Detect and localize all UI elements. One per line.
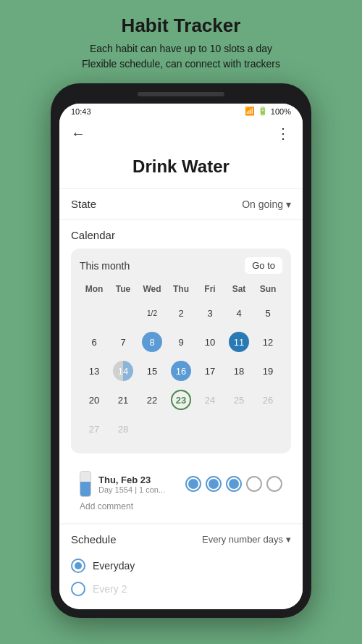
everyday-label: Everyday [93,560,135,572]
cal-day-24[interactable]: 24 [195,387,224,413]
schedule-every2-option[interactable]: Every 2 [71,577,291,601]
cal-day-15[interactable]: 15 [138,358,167,384]
day-header-sun: Sun [253,281,282,297]
everyday-radio[interactable] [71,559,85,573]
cal-day-empty [224,416,253,442]
back-button[interactable]: ← [71,125,85,142]
cal-day-16[interactable]: 16 [167,358,195,384]
cal-day-26[interactable]: 26 [253,387,282,413]
cal-day-7[interactable]: 7 [109,329,138,355]
cal-day-empty [80,300,109,326]
app-subtitle: Each habit can have up to 10 slots a day… [82,41,280,72]
calendar-day-headers: Mon Tue Wed Thu Fri Sat Sun [80,281,282,297]
cal-day-3[interactable]: 3 [195,300,224,326]
cal-week-1: 1/2 2 3 4 5 [80,300,282,326]
add-comment-button[interactable]: Add comment [80,501,282,511]
header-section: Habit Tracker Each habit can have up to … [67,14,295,72]
calendar-header: This month Go to [80,257,282,274]
dot-5[interactable] [266,476,282,492]
status-bar: 10:43 📶 🔋 100% [59,104,303,119]
schedule-dropdown[interactable]: Every number days ▾ [202,534,291,545]
cal-day-19[interactable]: 19 [253,358,282,384]
water-level-icon [80,471,91,497]
calendar-label: Calendar [71,229,291,241]
cal-day-empty [109,300,138,326]
phone-frame: 10:43 📶 🔋 100% ← ⋮ Drink Water State On … [51,83,311,618]
cal-week-2: 6 7 8 9 10 11 12 [80,329,282,355]
schedule-value-text: Every number days [202,534,283,545]
cal-day-empty [138,416,167,442]
cal-day-9[interactable]: 9 [167,329,195,355]
calendar-card: This month Go to Mon Tue Wed Thu Fri Sat… [71,248,291,453]
day-header-sat: Sat [224,281,253,297]
schedule-chevron-icon: ▾ [286,534,291,545]
day-dots [185,476,282,492]
cal-day-13[interactable]: 13 [80,358,109,384]
cal-day-14[interactable]: 14 [109,358,138,384]
cal-day-8[interactable]: 8 [138,329,167,355]
state-label: State [71,198,96,210]
cal-day-1-2[interactable]: 1/2 [138,300,167,326]
day-header-fri: Fri [195,281,224,297]
cal-day-18[interactable]: 18 [224,358,253,384]
signal-icon: 📶 [245,106,255,116]
app-title: Habit Tracker [82,14,280,37]
state-value-text: On going [242,198,283,210]
dot-4[interactable] [246,476,262,492]
cal-day-empty [195,416,224,442]
cal-day-5[interactable]: 5 [253,300,282,326]
month-label: This month [80,260,130,272]
day-entry-info: Thu, Feb 23 Day 1554 | 1 con... [98,474,178,494]
cal-day-empty [167,416,195,442]
cal-day-11[interactable]: 11 [224,329,253,355]
phone-screen: 10:43 📶 🔋 100% ← ⋮ Drink Water State On … [59,104,303,609]
cal-day-4[interactable]: 4 [224,300,253,326]
cal-day-2[interactable]: 2 [167,300,195,326]
battery-level: 100% [271,107,291,116]
day-entry-date: Thu, Feb 23 [98,474,178,485]
cal-day-25[interactable]: 25 [224,387,253,413]
cal-day-27[interactable]: 27 [80,416,109,442]
day-header-wed: Wed [138,281,167,297]
schedule-everyday-option[interactable]: Everyday [71,554,291,577]
state-row: State On going ▾ [59,188,303,219]
calendar-section: Calendar This month Go to Mon Tue Wed Th… [59,220,303,523]
day-entry-header: Thu, Feb 23 Day 1554 | 1 con... [80,471,282,497]
status-bar-right: 📶 🔋 100% [245,106,291,116]
day-header-mon: Mon [80,281,109,297]
cal-week-5: 27 28 [80,416,282,442]
day-entry-sub: Day 1554 | 1 con... [98,485,178,494]
cal-day-23-today[interactable]: 23 [167,387,195,413]
more-button[interactable]: ⋮ [276,125,291,142]
every2-radio[interactable] [71,582,85,596]
state-chevron-icon: ▾ [286,198,291,210]
dot-1[interactable] [185,476,201,492]
day-header-thu: Thu [167,281,195,297]
cal-week-3: 13 14 15 16 17 18 19 [80,358,282,384]
cal-day-12[interactable]: 12 [253,329,282,355]
status-time: 10:43 [71,107,91,116]
cal-day-28[interactable]: 28 [109,416,138,442]
schedule-header: Schedule Every number days ▾ [71,533,291,545]
cal-day-17[interactable]: 17 [195,358,224,384]
top-nav: ← ⋮ [59,119,303,148]
goto-button[interactable]: Go to [245,257,282,274]
battery-icon: 🔋 [258,106,268,116]
calendar-grid: Mon Tue Wed Thu Fri Sat Sun 1/2 2 [80,281,282,442]
day-entry-section: Thu, Feb 23 Day 1554 | 1 con... Add comm… [71,462,291,520]
cal-day-22[interactable]: 22 [138,387,167,413]
cal-day-21[interactable]: 21 [109,387,138,413]
schedule-label: Schedule [71,533,117,545]
cal-day-empty [253,416,282,442]
schedule-section: Schedule Every number days ▾ Everyday Ev… [59,524,303,609]
cal-week-4: 20 21 22 23 24 25 26 [80,387,282,413]
page-title: Drink Water [59,148,303,188]
dot-2[interactable] [206,476,222,492]
cal-day-6[interactable]: 6 [80,329,109,355]
every2-label: Every 2 [93,583,127,595]
cal-day-20[interactable]: 20 [80,387,109,413]
state-dropdown[interactable]: On going ▾ [242,198,291,210]
cal-day-10[interactable]: 10 [195,329,224,355]
day-header-tue: Tue [109,281,138,297]
dot-3[interactable] [226,476,242,492]
